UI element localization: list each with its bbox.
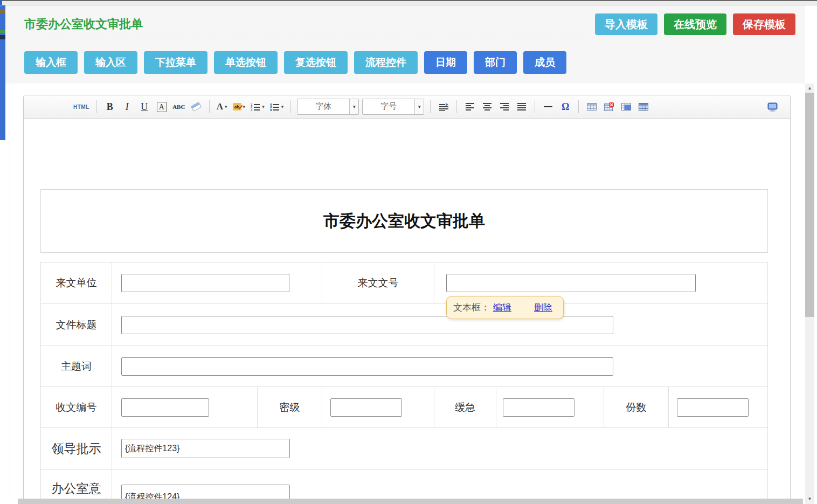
chevron-down-icon: ▾ bbox=[225, 104, 227, 109]
secrecy-level-input[interactable] bbox=[330, 398, 402, 417]
toolbar-separator bbox=[578, 100, 579, 113]
justify-icon bbox=[517, 103, 527, 111]
ordered-list-icon: 1 2 3 bbox=[251, 103, 260, 111]
form-input-cell bbox=[322, 387, 434, 427]
special-char-button[interactable]: Ω bbox=[558, 100, 572, 114]
component-button-input-box[interactable]: 输入框 bbox=[24, 51, 78, 74]
font-format-icon: A bbox=[157, 102, 167, 112]
toolbar-separator bbox=[290, 100, 291, 113]
toolbar-separator bbox=[535, 100, 535, 113]
form-input-cell bbox=[112, 387, 258, 427]
font-color-button[interactable]: A ▾ bbox=[216, 100, 229, 114]
doc-number-input[interactable] bbox=[446, 274, 696, 292]
component-button-member[interactable]: 成员 bbox=[523, 51, 566, 74]
horizontal-rule-button[interactable] bbox=[541, 100, 555, 114]
subject-words-input[interactable] bbox=[121, 357, 613, 376]
component-button-textarea[interactable]: 输入区 bbox=[84, 51, 137, 74]
source-unit-input[interactable] bbox=[121, 274, 289, 292]
copies-input[interactable] bbox=[677, 398, 749, 417]
table-properties-icon bbox=[639, 102, 648, 111]
font-color-icon: A bbox=[217, 101, 223, 112]
urgency-input[interactable] bbox=[503, 398, 574, 417]
component-button-department[interactable]: 部门 bbox=[474, 51, 517, 74]
table-properties-button[interactable] bbox=[636, 100, 650, 114]
remove-format-button[interactable] bbox=[189, 100, 203, 114]
component-button-dropdown[interactable]: 下拉菜单 bbox=[144, 51, 207, 74]
align-right-icon bbox=[500, 103, 509, 111]
form-input-cell bbox=[112, 304, 767, 346]
chevron-down-icon: ▾ bbox=[281, 104, 284, 109]
save-template-button[interactable]: 保存模板 bbox=[733, 13, 795, 35]
indent-button[interactable] bbox=[437, 100, 451, 114]
font-size-value: 字号 bbox=[363, 99, 414, 114]
font-size-select[interactable]: 字号 ▾ bbox=[362, 99, 424, 115]
editor-content[interactable]: 市委办公室收文审批单 来文单位 来文文号 文件标题 bbox=[24, 119, 790, 504]
form-label: 文件标题 bbox=[41, 304, 112, 346]
header-actions: 导入模板 在线预览 保存模板 bbox=[595, 13, 795, 35]
svg-text:3: 3 bbox=[251, 108, 252, 111]
delete-table-button[interactable] bbox=[602, 100, 616, 114]
form-label: 来文文号 bbox=[322, 263, 434, 303]
edge-marker bbox=[0, 30, 5, 33]
scroll-up-arrow-icon[interactable]: ▲ bbox=[805, 84, 814, 92]
window-top-strip bbox=[0, 1, 817, 5]
source-code-button[interactable]: HTML bbox=[72, 100, 91, 114]
tooltip-label: 文本框： bbox=[453, 301, 490, 314]
source-code-label: HTML bbox=[73, 104, 89, 110]
table-row: 收文编号 密级 缓急 份数 bbox=[41, 387, 767, 428]
background-window-edge bbox=[0, 5, 5, 140]
underline-button[interactable]: U bbox=[137, 100, 151, 114]
table-icon bbox=[587, 102, 597, 111]
monitor-icon bbox=[767, 102, 778, 112]
form-title-box: 市委办公室收文审批单 bbox=[40, 189, 768, 253]
align-left-button[interactable] bbox=[463, 100, 477, 114]
leader-comments-input[interactable] bbox=[121, 439, 290, 458]
strikethrough-icon: ABC bbox=[172, 103, 185, 110]
receipt-number-input[interactable] bbox=[121, 398, 209, 417]
table-cell-properties-button[interactable] bbox=[619, 100, 633, 114]
vertical-scrollbar-thumb[interactable] bbox=[805, 93, 814, 317]
window-top-notch bbox=[0, 0, 2, 5]
header-divider bbox=[47, 38, 797, 38]
chevron-down-icon[interactable]: ▾ bbox=[414, 99, 424, 114]
form-label: 缓急 bbox=[434, 387, 496, 427]
component-toolbar: 输入框 输入区 下拉菜单 单选按钮 复选按钮 流程控件 日期 部门 成员 bbox=[24, 51, 566, 74]
scroll-down-arrow-icon[interactable]: ▼ bbox=[805, 495, 814, 503]
component-button-checkbox[interactable]: 复选按钮 bbox=[284, 51, 348, 74]
rich-text-editor: HTML B I U A ABC bbox=[23, 95, 791, 504]
chevron-down-icon: ▾ bbox=[262, 104, 265, 109]
strikethrough-button[interactable]: ABC bbox=[172, 100, 186, 114]
component-button-date[interactable]: 日期 bbox=[424, 51, 467, 74]
form-table: 来文单位 来文文号 文件标题 主题词 bbox=[40, 262, 768, 504]
component-button-flow-control[interactable]: 流程控件 bbox=[354, 51, 418, 74]
horizontal-scrollbar[interactable] bbox=[18, 499, 803, 504]
delete-link[interactable]: 删除 bbox=[534, 301, 552, 314]
unordered-list-button[interactable]: ▾ bbox=[269, 100, 285, 114]
chevron-down-icon[interactable]: ▾ bbox=[349, 99, 358, 114]
font-format-button[interactable]: A bbox=[155, 100, 169, 114]
table-row: 来文单位 来文文号 bbox=[41, 263, 767, 304]
font-family-select[interactable]: 字体 ▾ bbox=[297, 99, 359, 115]
edit-link[interactable]: 编辑 bbox=[493, 301, 511, 314]
align-center-button[interactable] bbox=[480, 100, 494, 114]
ordered-list-button[interactable]: 1 2 3 ▾ bbox=[250, 100, 266, 114]
form-label: 收文编号 bbox=[41, 387, 112, 427]
indent-icon bbox=[439, 103, 449, 111]
highlight-color-button[interactable]: ab ▾ bbox=[232, 100, 247, 114]
fullscreen-button[interactable] bbox=[765, 100, 779, 114]
italic-button[interactable]: I bbox=[120, 100, 134, 114]
toolbar-separator bbox=[96, 100, 97, 113]
align-right-button[interactable] bbox=[497, 100, 511, 114]
import-template-button[interactable]: 导入模板 bbox=[595, 13, 657, 35]
component-button-radio[interactable]: 单选按钮 bbox=[214, 51, 278, 74]
justify-button[interactable] bbox=[515, 100, 529, 114]
insert-table-button[interactable] bbox=[585, 100, 599, 114]
form-input-cell bbox=[112, 428, 767, 469]
table-row: 主题词 bbox=[41, 346, 767, 387]
omega-icon: Ω bbox=[562, 101, 569, 113]
app-window: 市委办公室收文审批单 导入模板 在线预览 保存模板 输入框 输入区 下拉菜单 单… bbox=[0, 0, 817, 504]
vertical-scrollbar[interactable]: ▲ ▼ bbox=[805, 84, 814, 504]
unordered-list-icon bbox=[270, 103, 280, 111]
online-preview-button[interactable]: 在线预览 bbox=[664, 13, 726, 35]
bold-button[interactable]: B bbox=[103, 100, 117, 114]
